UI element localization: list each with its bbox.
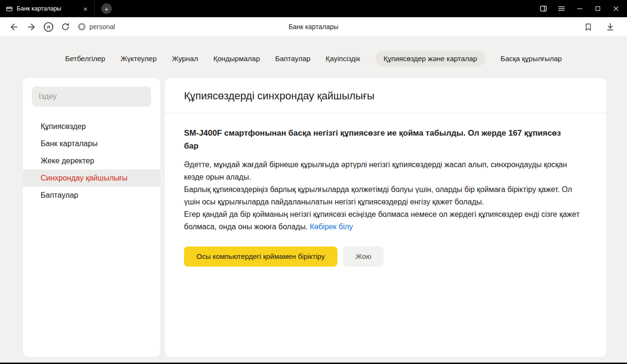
learn-more-link[interactable]: Көбірек білу <box>310 223 353 231</box>
content-area: Құпиясөздер Банк карталары Жеке деректер… <box>0 78 627 363</box>
sidebar-item-bank-cards[interactable]: Банк карталары <box>23 135 160 152</box>
page-title: Құпиясөздерді синхрондау қайшылығы <box>184 90 587 102</box>
nav-history[interactable]: Журнал <box>172 51 198 66</box>
search-input[interactable] <box>32 86 151 107</box>
settings-nav: Бетбелгілер Жүктеулер Журнал Қондырмалар… <box>0 36 627 78</box>
nav-security[interactable]: Қауіпсіздік <box>326 51 360 66</box>
svg-text:Я: Я <box>47 24 50 30</box>
forward-icon[interactable] <box>24 20 38 34</box>
titlebar: Банк карталары × + <box>0 0 627 17</box>
toolbar: Я personal Банк карталары <box>0 17 627 36</box>
back-icon[interactable] <box>7 20 21 34</box>
nav-settings[interactable]: Баптаулар <box>275 51 311 66</box>
sidebar: Құпиясөздер Банк карталары Жеке деректер… <box>23 78 160 357</box>
tab-title: Банк карталары <box>17 5 77 12</box>
nav-other-devices[interactable]: Басқа құрылғылар <box>500 51 562 66</box>
conflict-paragraph-2: Барлық құпиясөздеріңіз барлық құрылғылар… <box>184 183 585 208</box>
reload-icon[interactable] <box>58 20 73 34</box>
browser-window: Банк карталары × + <box>0 0 627 364</box>
menu-icon[interactable] <box>552 1 571 16</box>
sidebar-list: Құпиясөздер Банк карталары Жеке деректер… <box>23 118 160 204</box>
conflict-paragraph-3-text: Егер қандай да бір қойманың негізгі құпи… <box>184 210 580 231</box>
delete-button[interactable]: Жою <box>343 246 384 267</box>
bookmark-flag-icon[interactable] <box>581 20 595 34</box>
sidebar-item-settings[interactable]: Баптаулар <box>23 187 160 204</box>
protect-badge[interactable]: personal <box>77 22 115 31</box>
maximize-button[interactable] <box>589 1 607 16</box>
downloads-icon[interactable] <box>603 20 617 34</box>
sidebar-toggle-icon[interactable] <box>534 1 552 16</box>
main-panel: Құпиясөздерді синхрондау қайшылығы SM-J4… <box>165 78 606 357</box>
nav-extensions[interactable]: Қондырмалар <box>213 51 259 66</box>
merge-button[interactable]: Осы компьютердегі қоймамен біріктіру <box>184 246 337 267</box>
conflict-heading: SM-J400F смартфонынан басқа негізгі құпи… <box>184 127 566 152</box>
toolbar-page-title: Банк карталары <box>289 23 338 31</box>
action-buttons: Осы компьютердегі қоймамен біріктіру Жою <box>184 246 587 267</box>
nav-downloads[interactable]: Жүктеулер <box>120 51 157 66</box>
main-body: SM-J400F смартфонынан басқа негізгі құпи… <box>165 113 606 280</box>
minimize-button[interactable] <box>571 1 589 16</box>
sidebar-item-passwords[interactable]: Құпиясөздер <box>23 118 160 135</box>
browser-tab[interactable]: Банк карталары × <box>0 0 95 17</box>
tab-close-icon[interactable]: × <box>81 4 89 13</box>
tab-favicon-icon <box>6 5 13 12</box>
protect-label: personal <box>89 23 115 31</box>
new-tab-button[interactable]: + <box>101 3 112 14</box>
toolbar-right <box>581 20 620 34</box>
main-header: Құпиясөздерді синхрондау қайшылығы <box>165 78 606 113</box>
sidebar-item-sync-conflict[interactable]: Синхрондау қайшылығы <box>23 170 160 187</box>
yandex-logo-icon[interactable]: Я <box>41 20 55 34</box>
protect-shield-icon <box>77 22 86 31</box>
conflict-paragraph-3: Егер қандай да бір қойманың негізгі құпи… <box>184 208 585 233</box>
nav-passwords-and-cards[interactable]: Құпиясөздер және карталар <box>376 51 486 66</box>
conflict-paragraph-1: Әдетте, мұндай жағдай бірнеше құрылғыда … <box>184 159 585 183</box>
close-button[interactable] <box>607 1 625 16</box>
sidebar-item-personal-data[interactable]: Жеке деректер <box>23 152 160 170</box>
window-controls <box>534 1 627 16</box>
settings-page: Бетбелгілер Жүктеулер Журнал Қондырмалар… <box>0 36 627 363</box>
nav-bookmarks[interactable]: Бетбелгілер <box>65 51 105 66</box>
